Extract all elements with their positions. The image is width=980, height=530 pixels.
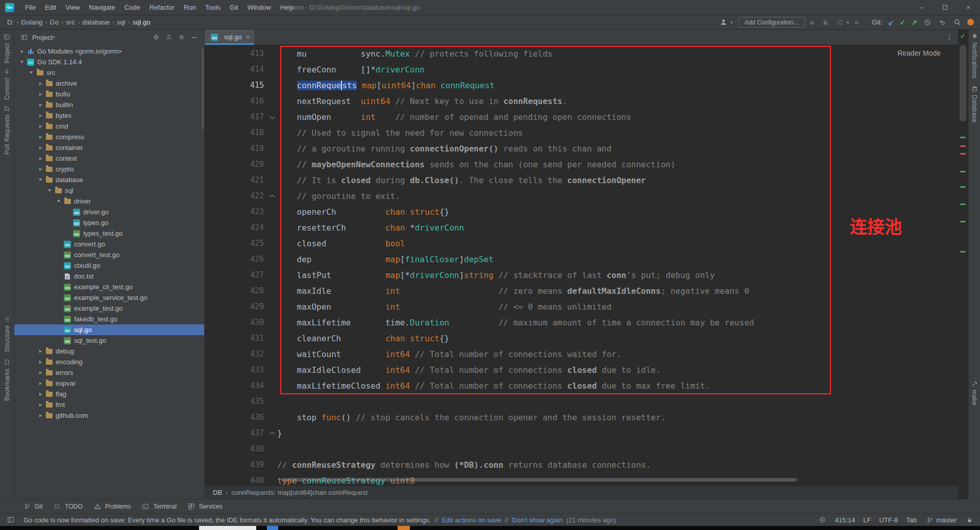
tree-item-driver[interactable]: driver [14, 196, 204, 207]
breadcrumb-item-d[interactable]: D: [6, 18, 15, 26]
tree-item-archive[interactable]: archive [14, 78, 204, 89]
breadcrumb-item-sql[interactable]: sql [116, 18, 127, 26]
update-indicator-icon[interactable] [967, 19, 974, 26]
git-push-icon[interactable]: ↗ [911, 18, 917, 27]
tree-item-fmt[interactable]: fmt [14, 399, 204, 410]
code-line-422[interactable]: 422 // goroutine to exit. [205, 188, 958, 204]
git-branch-widget[interactable]: master [925, 515, 957, 524]
menu-run[interactable]: Run [179, 0, 201, 15]
git-history-icon[interactable] [923, 18, 932, 27]
code-line-423[interactable]: 423 openerCh chan struct{} [205, 204, 958, 220]
code-line-435[interactable]: 435 [205, 394, 958, 410]
code-editor[interactable]: 413 mu sync.Mutex // protects following … [205, 45, 958, 486]
breadcrumb-item[interactable]: DB [213, 489, 222, 496]
tree-item-errors[interactable]: errors [14, 367, 204, 378]
code-line-427[interactable]: 427 lastPut map[*driverConn]string // st… [205, 267, 958, 283]
breadcrumb-item[interactable]: connRequests: map[uint64]chan connReques… [231, 489, 368, 496]
run-button[interactable]: ▶ [811, 19, 815, 26]
breadcrumb-item-go[interactable]: Go [49, 18, 60, 26]
breadcrumb-item-golang[interactable]: Golang [20, 18, 43, 26]
code-line-439[interactable]: 439// connReuseStrategy determines how (… [205, 457, 958, 473]
menu-git[interactable]: Git [225, 0, 243, 15]
tree-item-src[interactable]: src [14, 67, 204, 78]
reader-mode-label[interactable]: Reader Mode [897, 49, 941, 57]
tree-item-bufio[interactable]: bufio [14, 89, 204, 99]
code-line-436[interactable]: 436 stop func() // stop cancels the conn… [205, 410, 958, 425]
toolwindow-git[interactable]: Git [17, 499, 47, 513]
tree-item-flag[interactable]: flag [14, 389, 204, 399]
code-line-429[interactable]: 429 maxOpen int // <= 0 means unlimited [205, 299, 958, 315]
code-line-434[interactable]: 434 maxLifetimeClosed int64 // Total num… [205, 378, 958, 394]
tree-item-go-modules-gorm-io-gorm[interactable]: Go Modules <gorm.io/gorm> [14, 46, 204, 57]
line-separator[interactable]: LF [863, 516, 871, 524]
tool-stripe-bookmarks[interactable]: Bookmarks [4, 359, 11, 401]
code-line-420[interactable]: 420 // maybeOpenNewConnections sends on … [205, 157, 958, 172]
tree-item-expvar[interactable]: expvar [14, 378, 204, 389]
toolwindow-services[interactable]: Services [182, 499, 228, 513]
code-line-438[interactable]: 438 [205, 441, 958, 457]
tree-item-example-cli-test-go[interactable]: GOexample_cli_test.go [14, 282, 204, 292]
git-commit-icon[interactable]: ✓ [900, 18, 906, 27]
caret-position[interactable]: 415:14 [835, 516, 855, 524]
scrollbar-thumb[interactable] [960, 45, 966, 121]
tree-item-builtin[interactable]: builtin [14, 99, 204, 110]
minimize-button[interactable]: – [910, 0, 933, 15]
tree-item-crypto[interactable]: crypto [14, 164, 204, 174]
menu-code[interactable]: Code [120, 0, 145, 15]
project-panel-title[interactable]: Project [32, 34, 53, 41]
breadcrumb-item-sql-go[interactable]: sql.go [132, 18, 152, 26]
tool-stripe-commit[interactable]: Commit [4, 68, 11, 100]
code-line-417[interactable]: 417 numOpen int // number of opened and … [205, 109, 958, 125]
tree-item-types-test-go[interactable]: GOtypes_test.go [14, 228, 204, 239]
tree-item-debug[interactable]: debug [14, 346, 204, 357]
tree-item-go-sdk-1-14-4[interactable]: GoGo SDK 1.14.4 [14, 57, 204, 67]
code-line-418[interactable]: 418 // Used to signal the need for new c… [205, 125, 958, 141]
tree-item-example-service-test-go[interactable]: GOexample_service_test.go [14, 292, 204, 303]
code-line-413[interactable]: 413 mu sync.Mutex // protects following … [205, 46, 958, 62]
tree-item-context[interactable]: context [14, 153, 204, 164]
toolwindow-todo[interactable]: TODO [47, 499, 87, 513]
file-encoding[interactable]: UTF-8 [879, 516, 898, 524]
add-configuration-button[interactable]: Add Configuration... [738, 17, 804, 28]
tree-item-container[interactable]: container [14, 142, 204, 153]
code-line-432[interactable]: 432 waitCount int64 // Total number of c… [205, 346, 958, 362]
tool-stripe-database[interactable]: Database [971, 86, 978, 123]
code-line-424[interactable]: 424 resetterCh chan *driverConn [205, 220, 958, 236]
tree-item-driver-go[interactable]: GOdriver.go [14, 207, 204, 217]
code-line-415[interactable]: 415 connRequests map[uint64]chan connReq… [205, 78, 958, 93]
code-line-419[interactable]: 419 // a goroutine running connectionOpe… [205, 141, 958, 157]
tool-stripe-structure[interactable]: Structure [4, 316, 11, 352]
inspections-ok-icon[interactable]: ✓ [960, 33, 965, 40]
collapse-all-icon[interactable] [164, 33, 174, 42]
tree-item-cmd[interactable]: cmd [14, 121, 204, 132]
tab-sql-go[interactable]: GO sql.go × [205, 30, 254, 45]
stop-button[interactable]: ■ [854, 19, 858, 26]
tree-item-sql-test-go[interactable]: GOsql_test.go [14, 335, 204, 346]
code-line-428[interactable]: 428 maxIdle int // zero means defaultMax… [205, 283, 958, 299]
menu-refactor[interactable]: Refactor [145, 0, 179, 15]
maximize-button[interactable] [933, 0, 957, 15]
search-icon[interactable] [952, 18, 962, 27]
tool-windows-toggle-icon[interactable] [6, 515, 15, 524]
editor-scrollbar[interactable]: ✓ [958, 30, 968, 499]
menu-navigate[interactable]: Navigate [84, 0, 119, 15]
tree-item-sql-go[interactable]: GOsql.go [14, 324, 204, 335]
tree-item-convert-go[interactable]: GOconvert.go [14, 239, 204, 249]
edit-actions-link[interactable]: Edit actions on save [442, 516, 501, 524]
git-update-icon[interactable]: ↙ [888, 18, 894, 27]
code-line-430[interactable]: 430 maxLifetime time.Duration // maximum… [205, 315, 958, 331]
tree-item-ctxutil-go[interactable]: GOctxutil.go [14, 260, 204, 271]
tool-stripe-notifications[interactable]: Notifications [971, 33, 978, 79]
breadcrumb-item-src[interactable]: src [65, 18, 76, 26]
close-icon[interactable]: × [246, 33, 250, 41]
tab-options-icon[interactable] [945, 33, 954, 42]
dont-show-again-link[interactable]: Don't show again [512, 516, 562, 524]
code-line-431[interactable]: 431 cleanerCh chan struct{} [205, 331, 958, 346]
tree-item-fakedb-test-go[interactable]: GOfakedb_test.go [14, 314, 204, 324]
tree-item-types-go[interactable]: GOtypes.go [14, 217, 204, 228]
menu-tools[interactable]: Tools [201, 0, 225, 15]
tool-stripe-pull-requests[interactable]: Pull Requests [4, 105, 11, 155]
menu-view[interactable]: View [61, 0, 84, 15]
tree-item-convert-test-go[interactable]: GOconvert_test.go [14, 249, 204, 260]
code-line-414[interactable]: 414 freeConn []*driverConn [205, 62, 958, 78]
